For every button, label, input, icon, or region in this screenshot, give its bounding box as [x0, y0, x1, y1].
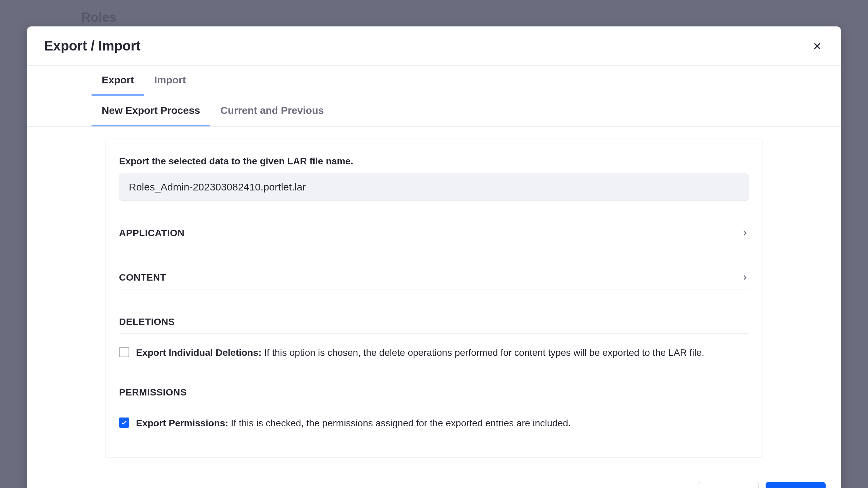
section-permissions-title: PERMISSIONS — [119, 387, 187, 398]
export-import-modal: Export / Import Export Import New Export… — [27, 26, 841, 488]
modal-title: Export / Import — [44, 38, 140, 54]
section-permissions-header: PERMISSIONS — [119, 387, 749, 404]
export-permissions-label: Export Permissions: If this is checked, … — [136, 416, 571, 430]
chevron-right-icon — [741, 229, 749, 237]
export-button[interactable]: Export — [766, 482, 826, 488]
cancel-button[interactable]: Cancel — [698, 482, 759, 488]
tab-new-export-process[interactable]: New Export Process — [92, 96, 210, 126]
section-application-title: APPLICATION — [119, 228, 184, 239]
file-name-input[interactable] — [119, 174, 749, 201]
section-deletions-header: DELETIONS — [119, 317, 749, 334]
file-name-label: Export the selected data to the given LA… — [119, 156, 749, 167]
section-content-title: CONTENT — [119, 272, 166, 283]
modal-overlay: Export / Import Export Import New Export… — [0, 0, 868, 488]
tab-current-and-previous[interactable]: Current and Previous — [210, 96, 334, 126]
primary-tabs: Export Import — [27, 66, 841, 96]
close-button[interactable] — [810, 39, 824, 53]
export-deletions-label: Export Individual Deletions: If this opt… — [136, 346, 704, 360]
close-icon — [812, 41, 823, 52]
tab-import[interactable]: Import — [144, 66, 196, 96]
section-content-header[interactable]: CONTENT — [119, 272, 749, 289]
tab-export[interactable]: Export — [92, 66, 144, 96]
section-deletions-title: DELETIONS — [119, 317, 175, 327]
secondary-tabs: New Export Process Current and Previous — [27, 96, 841, 127]
chevron-right-icon — [741, 273, 749, 282]
export-deletions-checkbox[interactable] — [119, 347, 129, 357]
export-permissions-checkbox[interactable] — [119, 418, 129, 428]
checkmark-icon — [121, 419, 127, 426]
section-application-header[interactable]: APPLICATION — [119, 228, 749, 245]
